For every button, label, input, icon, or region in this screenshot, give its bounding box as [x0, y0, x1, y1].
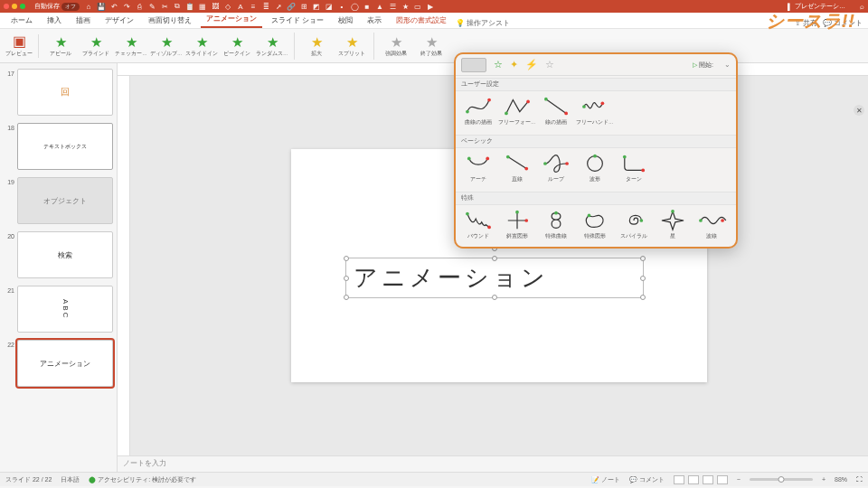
- link-icon[interactable]: 🔗: [288, 3, 295, 10]
- language-indicator[interactable]: 日本語: [61, 475, 80, 484]
- tab-design[interactable]: デザイン: [99, 13, 139, 28]
- normal-view-icon[interactable]: [674, 475, 684, 484]
- tab-review[interactable]: 校閲: [333, 13, 358, 28]
- effect-exit-star-icon[interactable]: ☆: [545, 59, 554, 70]
- tab-animations[interactable]: アニメーション: [201, 11, 262, 28]
- resize-handle-icon[interactable]: [492, 256, 497, 261]
- close-pane-icon[interactable]: ✕: [854, 105, 864, 116]
- motion-path-option[interactable]: 斜置図形: [498, 208, 536, 240]
- animation-effect-button[interactable]: ★強調効果: [380, 35, 412, 57]
- motion-path-option[interactable]: アーチ: [459, 151, 497, 183]
- motion-path-option[interactable]: ループ: [537, 151, 575, 183]
- accessibility-status[interactable]: ⬤ アクセシビリティ: 検討が必要です: [89, 475, 196, 484]
- circle-icon[interactable]: ◯: [351, 3, 358, 10]
- resize-handle-icon[interactable]: [640, 295, 646, 300]
- fit-window-icon[interactable]: ⛶: [856, 476, 863, 483]
- slide-thumbnail[interactable]: 17回: [0, 67, 117, 121]
- autosave-toggle[interactable]: 自動保存 オフ: [34, 2, 80, 11]
- animation-effect-button[interactable]: ★終了効果: [415, 35, 448, 57]
- print-icon[interactable]: ⎙: [136, 3, 143, 10]
- search-icon[interactable]: ⌕: [860, 3, 864, 11]
- motion-path-option[interactable]: 特殊図形: [576, 208, 614, 240]
- save-icon[interactable]: 💾: [98, 3, 105, 10]
- tab-slideshow[interactable]: スライド ショー: [266, 13, 329, 28]
- tab-view[interactable]: 表示: [362, 13, 387, 28]
- animation-effect-button[interactable]: ★拡大: [300, 35, 333, 57]
- tab-draw[interactable]: 描画: [71, 13, 96, 28]
- resize-handle-icon[interactable]: [344, 256, 349, 261]
- slide-thumbnail-pane[interactable]: 17回18テキストボックス19オブジェクト20検索21ABC22アニメーション: [0, 63, 118, 472]
- paste-icon[interactable]: 📋: [186, 3, 193, 10]
- align-center-icon[interactable]: ≣: [262, 3, 269, 10]
- square-icon[interactable]: ■: [363, 3, 371, 10]
- animation-effect-button[interactable]: ★アピール: [44, 35, 77, 57]
- motion-path-option[interactable]: フリーフォームの描画: [498, 94, 536, 127]
- zoom-out-icon[interactable]: −: [737, 476, 741, 483]
- animation-effect-button[interactable]: ★ブラインド: [80, 35, 112, 57]
- gallery-selected-preview[interactable]: [461, 58, 486, 72]
- motion-path-option[interactable]: 波形: [576, 151, 614, 183]
- start-trigger-dropdown[interactable]: ▷ 開始:: [693, 61, 713, 70]
- brush-icon[interactable]: ✎: [148, 3, 156, 10]
- arrow-icon[interactable]: ➚: [275, 3, 282, 10]
- effect-entrance-star-icon[interactable]: ☆: [494, 59, 503, 70]
- slide-thumbnail[interactable]: 22アニメーション: [0, 338, 117, 392]
- motion-path-option[interactable]: 曲線の描画: [459, 94, 497, 127]
- sorter-view-icon[interactable]: [688, 475, 699, 484]
- list-icon[interactable]: ☰: [389, 3, 396, 10]
- effect-motion-path-icon[interactable]: ⚡: [525, 59, 538, 70]
- motion-path-option[interactable]: 線の描画: [537, 94, 575, 127]
- home-icon[interactable]: ⌂: [85, 3, 92, 10]
- maximize-window-icon[interactable]: [20, 4, 25, 9]
- copy-icon[interactable]: ⧉: [174, 3, 181, 10]
- textbox-icon[interactable]: A: [237, 3, 244, 10]
- motion-path-option[interactable]: スパイラル: [615, 208, 653, 240]
- slide-thumbnail[interactable]: 18テキストボックス: [0, 121, 117, 175]
- tab-transitions[interactable]: 画面切り替え: [143, 13, 197, 28]
- table-icon[interactable]: ▦: [199, 3, 206, 10]
- animation-effect-button[interactable]: ★ランダムストラ…: [256, 35, 288, 57]
- motion-path-option[interactable]: ターン: [615, 151, 653, 183]
- redo-icon[interactable]: ↷: [123, 3, 130, 10]
- minimize-window-icon[interactable]: [12, 4, 17, 9]
- sendback-icon[interactable]: ◪: [326, 3, 333, 10]
- motion-path-option[interactable]: 波線: [693, 208, 731, 240]
- resize-handle-icon[interactable]: [492, 295, 497, 300]
- reading-view-icon[interactable]: [703, 475, 713, 484]
- selected-textbox[interactable]: アニメーション: [345, 258, 644, 298]
- motion-path-option[interactable]: バウンド: [459, 208, 497, 240]
- slide-thumbnail[interactable]: 19オブジェクト: [0, 175, 117, 230]
- tab-shape-format[interactable]: 図形の書式設定: [391, 13, 452, 28]
- undo-icon[interactable]: ↶: [110, 3, 118, 10]
- zoom-in-icon[interactable]: +: [822, 476, 826, 483]
- zoom-level[interactable]: 88%: [835, 476, 847, 483]
- resize-handle-icon[interactable]: [344, 295, 349, 300]
- play-icon[interactable]: ▶: [427, 3, 434, 10]
- motion-path-option[interactable]: 直線: [498, 151, 536, 183]
- tab-home[interactable]: ホーム: [5, 13, 38, 28]
- star-qat-icon[interactable]: ★: [401, 3, 409, 10]
- box-icon[interactable]: ▭: [414, 3, 421, 10]
- motion-path-option[interactable]: フリーハンドの描画: [576, 94, 614, 127]
- animation-effect-button[interactable]: ★スライドイン: [185, 35, 218, 57]
- zoom-slider[interactable]: [750, 478, 813, 481]
- window-controls[interactable]: [4, 4, 25, 9]
- resize-handle-icon[interactable]: [344, 276, 349, 281]
- animation-effect-button[interactable]: ★ディゾルブイン: [150, 35, 183, 57]
- picture-icon[interactable]: 🖼: [212, 3, 219, 10]
- motion-path-option[interactable]: 特殊曲線: [537, 208, 575, 240]
- gallery-expand-icon[interactable]: ⌄: [724, 61, 731, 69]
- align-left-icon[interactable]: ≡: [250, 3, 257, 10]
- notes-toggle[interactable]: 📝 ノート: [591, 475, 620, 484]
- resize-handle-icon[interactable]: [640, 256, 646, 261]
- tell-me[interactable]: 💡操作アシスト: [456, 18, 510, 28]
- slide-thumbnail[interactable]: 20検索: [0, 230, 117, 284]
- slide-thumbnail[interactable]: 21ABC: [0, 284, 117, 338]
- preview-group[interactable]: ▣ プレビュー: [4, 34, 39, 58]
- tab-insert[interactable]: 挿入: [42, 13, 67, 28]
- bullets-icon[interactable]: •: [338, 3, 345, 10]
- close-window-icon[interactable]: [4, 4, 9, 9]
- comments-toggle[interactable]: 💬 コメント: [629, 475, 665, 484]
- animation-effect-button[interactable]: ★スプリット: [335, 35, 368, 57]
- bringfront-icon[interactable]: ◩: [313, 3, 320, 10]
